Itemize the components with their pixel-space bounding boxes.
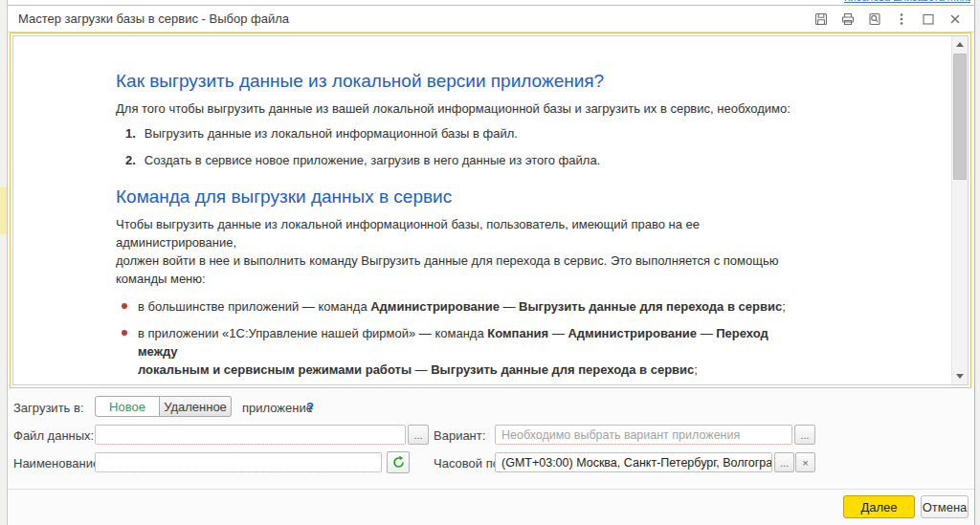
maximize-icon[interactable] [920,11,936,27]
variant-placeholder: Необходимо выбрать вариант приложения [501,428,740,442]
dialog-titlebar: Мастер загрузки базы в сервис - Выбор фа… [8,6,974,33]
close-icon[interactable] [947,11,963,27]
dialog-title: Мастер загрузки базы в сервис - Выбор фа… [8,11,289,26]
more-icon[interactable] [893,11,909,27]
scroll-up-icon[interactable] [952,37,968,52]
help-step-1: 1.Выгрузить данные из локальной информац… [125,126,518,141]
bullet-dot-icon [122,303,127,309]
load-target-switch: Новое Удаленное [95,396,232,417]
remote-application-button[interactable]: Удаленное [160,396,232,417]
refresh-icon [391,455,406,470]
background-window-left-edge [0,0,8,525]
cancel-button[interactable]: Отмена [921,495,969,518]
refresh-button[interactable] [387,451,410,473]
step-text: Выгрузить данные из локальной информацио… [145,126,518,141]
timezone-clear-button[interactable]: × [795,452,815,472]
help-panel-content: Как выгрузить данные из локальной версии… [12,35,969,385]
scrollbar-thumb[interactable] [953,54,967,180]
background-highlight-fragment [0,187,7,234]
name-label: Наименование: [13,456,103,470]
data-file-label: Файл данных: [13,428,94,443]
scroll-down-icon[interactable] [952,369,968,383]
help-bullet-1: в большинстве приложений — команда Админ… [122,297,786,316]
help-paragraph-2: Чтобы выгрузить данные из локальной инфо… [116,215,778,288]
help-bullet-2: в приложении «1С:Управление нашей фирмой… [122,324,768,379]
timezone-value: (GMT+03:00) Москва, Санкт-Петербург, Вол… [501,456,772,470]
timezone-choose-button[interactable]: ... [774,452,794,472]
variant-input[interactable]: Необходимо выбрать вариант приложения [495,425,792,445]
titlebar-actions [813,11,974,27]
help-link[interactable]: ? [306,400,314,414]
name-input[interactable] [95,452,382,472]
help-panel: Как выгрузить данные из локальной версии… [10,33,971,388]
application-text: приложение [242,401,313,415]
bullet-text: в большинстве приложений — команда Админ… [122,297,786,316]
load-to-label: Загрузить в: [13,401,84,415]
help-intro: Для того чтобы выгрузить данные из вашей… [116,99,791,118]
step-text: Создать в сервисе новое приложение, загр… [145,153,600,167]
new-application-button[interactable]: Новое [95,396,160,417]
background-user-link-text: Киселева Елизавета Михайловна [844,0,970,3]
next-button[interactable]: Далее [843,495,915,518]
background-window-right-edge [974,0,980,525]
data-file-input[interactable] [95,425,406,445]
step-number: 2. [125,153,136,167]
save-icon[interactable] [813,11,829,27]
bullet-dot-icon [122,330,127,336]
data-file-browse-button[interactable]: ... [408,425,429,445]
variant-choose-button[interactable]: ... [794,425,815,445]
variant-label: Вариант: [434,428,485,443]
print-icon[interactable] [839,11,856,27]
help-text-area: Как выгрузить данные из локальной версии… [13,36,950,384]
bullet-text: в приложении «1С:Управление нашей фирмой… [122,324,768,379]
step-number: 1. [125,126,136,141]
timezone-input[interactable]: (GMT+03:00) Москва, Санкт-Петербург, Вол… [495,452,772,472]
help-scrollbar[interactable] [951,36,968,384]
wizard-dialog: Мастер загрузки базы в сервис - Выбор фа… [8,5,974,525]
help-step-2: 2.Создать в сервисе новое приложение, за… [125,153,600,167]
help-heading-1: Как выгрузить данные из локальной версии… [116,71,604,92]
help-heading-2: Команда для выгрузки данных в сервис [116,186,452,208]
footer-separator [8,489,974,490]
preview-icon[interactable] [866,11,882,27]
